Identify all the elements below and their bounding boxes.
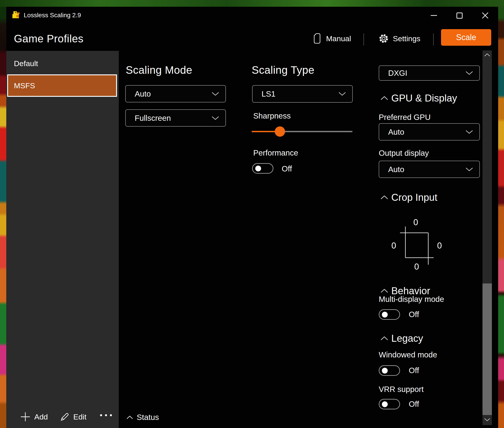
window-title: Lossless Scaling 2.9 bbox=[24, 12, 81, 18]
section-legacy[interactable]: Legacy bbox=[379, 332, 480, 345]
chevron-down-icon bbox=[465, 167, 473, 172]
section-crop-input[interactable]: Crop Input bbox=[379, 191, 480, 204]
minimize-button[interactable] bbox=[429, 10, 439, 21]
vrr-support-label: VRR support bbox=[379, 385, 423, 394]
chevron-up-icon bbox=[126, 415, 133, 419]
chevron-up-icon bbox=[380, 195, 388, 199]
crop-bottom-value: 0 bbox=[414, 262, 419, 271]
multi-display-state: Off bbox=[409, 310, 419, 319]
desktop-background-right bbox=[498, 7, 504, 428]
windowed-mode-state: Off bbox=[409, 366, 419, 375]
more-options-button[interactable] bbox=[100, 414, 113, 420]
status-expander[interactable]: Status bbox=[125, 410, 181, 424]
app-window: Lossless Scaling 2.9 Game Profiles Manua… bbox=[6, 7, 498, 428]
preferred-gpu-dropdown[interactable]: Auto bbox=[379, 123, 480, 140]
section-title: Legacy bbox=[391, 332, 423, 345]
edit-profile-button[interactable]: Edit bbox=[60, 409, 91, 424]
scaling-type-value: LS1 bbox=[262, 90, 275, 98]
crop-top-value: 0 bbox=[413, 218, 418, 227]
preferred-gpu-label: Preferred GPU bbox=[379, 113, 430, 122]
performance-state: Off bbox=[282, 164, 292, 173]
toolbar-separator bbox=[364, 33, 364, 45]
vrr-support-state: Off bbox=[409, 400, 419, 409]
chevron-up-icon bbox=[380, 289, 388, 293]
add-profile-button[interactable]: Add bbox=[21, 409, 50, 424]
gear-icon bbox=[379, 34, 388, 43]
scale-button[interactable]: Scale bbox=[441, 29, 491, 46]
sharpness-label: Sharpness bbox=[253, 111, 291, 120]
status-label: Status bbox=[137, 413, 159, 422]
section-gpu-display[interactable]: GPU & Display bbox=[379, 92, 480, 104]
toggle-knob bbox=[382, 312, 388, 318]
pencil-icon bbox=[60, 412, 69, 421]
scaling-mode-value: Auto bbox=[135, 90, 151, 98]
preferred-gpu-value: Auto bbox=[388, 128, 404, 136]
plus-icon bbox=[21, 412, 30, 421]
desktop-background-left bbox=[0, 7, 6, 428]
vrr-support-toggle[interactable] bbox=[379, 399, 400, 409]
ellipsis-icon bbox=[100, 414, 112, 417]
manual-button[interactable]: Manual bbox=[313, 32, 355, 45]
windowed-mode-toggle[interactable] bbox=[379, 365, 400, 376]
settings-panel: DXGI GPU & Display Preferred GPU Auto Ou… bbox=[379, 57, 480, 428]
crop-right-value: 0 bbox=[437, 241, 442, 250]
page-title: Game Profiles bbox=[14, 32, 83, 45]
multi-display-toggle[interactable] bbox=[379, 309, 400, 320]
chevron-down-icon bbox=[465, 130, 473, 134]
close-button[interactable] bbox=[480, 10, 490, 21]
settings-label: Settings bbox=[393, 34, 421, 43]
crop-input-diagram[interactable]: 0 0 0 0 bbox=[391, 212, 443, 277]
sharpness-slider[interactable] bbox=[252, 126, 353, 137]
scrollbar[interactable] bbox=[482, 50, 492, 425]
crop-left-value: 0 bbox=[391, 241, 396, 250]
performance-label: Performance bbox=[253, 148, 298, 157]
scaling-type-dropdown[interactable]: LS1 bbox=[252, 85, 353, 103]
scrollbar-thumb[interactable] bbox=[482, 283, 492, 415]
toggle-knob bbox=[255, 166, 261, 172]
chevron-down-icon bbox=[465, 71, 473, 75]
scaling-mode-dropdown[interactable]: Auto bbox=[125, 85, 226, 102]
slider-thumb[interactable] bbox=[275, 126, 285, 137]
scaling-type-title: Scaling Type bbox=[252, 63, 314, 77]
sidebar-item-msfs[interactable]: MSFS bbox=[7, 74, 117, 97]
capture-api-value: DXGI bbox=[388, 69, 407, 78]
sidebar-item-default[interactable]: Default bbox=[14, 59, 38, 68]
capture-api-dropdown[interactable]: DXGI bbox=[379, 66, 480, 81]
manual-page-icon bbox=[314, 33, 321, 44]
settings-button[interactable]: Settings bbox=[379, 32, 423, 45]
section-title: Crop Input bbox=[391, 191, 437, 204]
output-display-value: Auto bbox=[388, 165, 404, 174]
app-duck-icon bbox=[12, 11, 21, 20]
scroll-down-icon[interactable] bbox=[484, 418, 490, 421]
edit-label: Edit bbox=[73, 412, 86, 421]
maximize-button[interactable] bbox=[454, 10, 464, 21]
toggle-knob bbox=[382, 401, 388, 407]
windowed-mode-label: Windowed mode bbox=[379, 350, 437, 359]
output-display-dropdown[interactable]: Auto bbox=[379, 161, 480, 178]
profiles-sidebar: Default MSFS Add Edit bbox=[6, 51, 119, 428]
window-mode-value: Fullscreen bbox=[135, 114, 171, 123]
sidebar-item-label: MSFS bbox=[14, 81, 35, 90]
toggle-knob bbox=[382, 368, 388, 374]
add-label: Add bbox=[34, 412, 48, 421]
chevron-down-icon bbox=[212, 92, 219, 96]
multi-display-label: Multi-display mode bbox=[379, 295, 444, 304]
desktop-background-top bbox=[0, 0, 504, 7]
output-display-label: Output display bbox=[379, 148, 429, 157]
performance-toggle[interactable] bbox=[252, 163, 273, 174]
chevron-up-icon bbox=[380, 336, 388, 340]
chevron-up-icon bbox=[380, 96, 388, 100]
slider-fill bbox=[252, 131, 280, 132]
toolbar-separator-2 bbox=[433, 33, 434, 45]
window-mode-dropdown[interactable]: Fullscreen bbox=[125, 109, 226, 127]
chevron-down-icon bbox=[339, 92, 346, 96]
section-title: GPU & Display bbox=[391, 92, 457, 104]
scroll-up-icon[interactable] bbox=[484, 53, 490, 57]
scaling-mode-title: Scaling Mode bbox=[126, 63, 192, 77]
chevron-down-icon bbox=[212, 116, 219, 120]
manual-label: Manual bbox=[326, 34, 351, 43]
